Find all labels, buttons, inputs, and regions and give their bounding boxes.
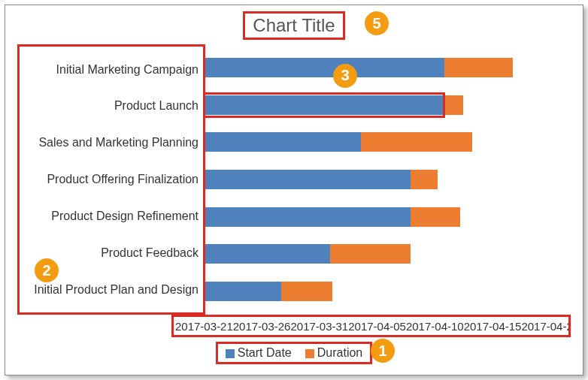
bar-row — [205, 132, 571, 152]
bar-duration — [444, 95, 463, 115]
title-zone: Chart Title 5 — [17, 11, 571, 44]
callout-3: 3 — [333, 64, 357, 88]
chart-container: Chart Title 5 Initial Marketing Campaign… — [5, 5, 583, 375]
bar-row — [205, 207, 571, 227]
bar-duration — [281, 282, 332, 301]
swatch-start — [226, 349, 235, 358]
bar-duration — [330, 244, 411, 264]
bar-row — [205, 282, 571, 301]
x-axis: 2017-03-21 2017-03-26 2017-03-31 2017-04… — [171, 315, 571, 337]
y-axis-labels: Initial Marketing Campaign Product Launc… — [17, 44, 205, 315]
callout-2: 2 — [35, 258, 59, 282]
legend: Start Date Duration — [216, 342, 373, 364]
bar-start — [205, 132, 361, 152]
chart-title: Chart Title — [243, 11, 344, 40]
y-label: Sales and Marketing Planning — [24, 136, 199, 149]
bars-area: 3 — [205, 44, 571, 315]
bar-row — [205, 244, 571, 264]
x-tick: 2017-04-05 — [348, 320, 406, 333]
callout-5: 5 — [365, 11, 389, 35]
legend-label: Duration — [317, 346, 362, 359]
y-label: Product Feedback — [24, 246, 199, 260]
legend-item: Duration — [305, 346, 362, 360]
y-label: Initial Product Plan and Design — [24, 283, 199, 297]
bar-duration — [444, 58, 513, 77]
swatch-duration — [305, 349, 314, 358]
x-tick: 2017-03-21 — [175, 320, 233, 333]
bar-start — [205, 244, 330, 264]
bar-start — [205, 282, 281, 301]
legend-label: Start Date — [238, 346, 292, 359]
bar-start — [205, 58, 444, 77]
bar-duration — [411, 207, 460, 227]
y-label: Product Launch — [24, 99, 199, 113]
legend-zone: Start Date Duration 1 — [17, 342, 571, 364]
legend-item: Start Date — [226, 346, 292, 360]
bar-row — [205, 58, 571, 77]
x-tick: 2017-03-26 — [233, 320, 291, 333]
bar-row — [205, 170, 571, 189]
bar-duration — [411, 170, 438, 189]
bar-duration — [361, 132, 472, 152]
bar-start — [205, 170, 411, 189]
bar-start — [205, 207, 411, 227]
callout-1: 1 — [371, 339, 395, 363]
y-label: Initial Marketing Campaign — [24, 63, 199, 77]
bar-start — [205, 95, 444, 115]
y-label: Product Offering Finalization — [24, 173, 199, 186]
y-label: Product Design Refinement — [24, 210, 199, 223]
x-tick: 2017-04-15 — [464, 320, 522, 333]
x-tick: 2017-03-31 — [290, 320, 348, 333]
plot-zone: Initial Marketing Campaign Product Launc… — [17, 44, 571, 315]
bar-row: 3 — [205, 95, 571, 115]
x-tick: 2017-04-10 — [406, 320, 464, 333]
x-tick: 2017-04-20 — [521, 320, 571, 333]
